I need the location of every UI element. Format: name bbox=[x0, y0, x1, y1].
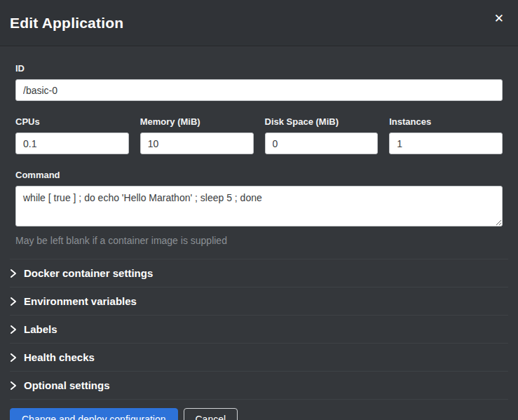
collapsible-sections: Docker container settings Environment va… bbox=[10, 259, 508, 400]
command-textarea[interactable]: while [ true ] ; do echo 'Hello Marathon… bbox=[15, 186, 503, 226]
section-label: Health checks bbox=[24, 351, 95, 363]
chevron-right-icon bbox=[10, 325, 17, 334]
chevron-right-icon bbox=[10, 269, 17, 278]
section-label: Labels bbox=[24, 323, 57, 335]
modal-body: ID CPUs Memory (MiB) Disk Space (MiB) In bbox=[0, 46, 518, 400]
cpus-field-group: CPUs bbox=[15, 116, 129, 154]
modal-header: Edit Application ✕ bbox=[0, 0, 518, 46]
form-area: ID CPUs Memory (MiB) Disk Space (MiB) In bbox=[10, 63, 508, 246]
command-help-text: May be left blank if a container image i… bbox=[15, 235, 503, 246]
id-input[interactable] bbox=[15, 79, 503, 101]
memory-label: Memory (MiB) bbox=[140, 116, 254, 127]
chevron-right-icon bbox=[10, 297, 17, 306]
modal-footer: Change and deploy configuration Cancel bbox=[0, 400, 518, 420]
disk-label: Disk Space (MiB) bbox=[265, 116, 379, 127]
id-label: ID bbox=[15, 63, 503, 74]
edit-application-modal: Edit Application ✕ ID CPUs Memory (MiB) … bbox=[0, 0, 518, 420]
close-icon[interactable]: ✕ bbox=[490, 10, 508, 27]
section-environment-variables[interactable]: Environment variables bbox=[10, 287, 508, 315]
id-field-group: ID bbox=[15, 63, 503, 101]
instances-input[interactable] bbox=[389, 133, 503, 154]
cpus-input[interactable] bbox=[15, 133, 129, 154]
cancel-button[interactable]: Cancel bbox=[184, 408, 238, 420]
memory-input[interactable] bbox=[140, 133, 254, 154]
command-field-group: Command while [ true ] ; do echo 'Hello … bbox=[15, 170, 503, 246]
cpus-label: CPUs bbox=[15, 116, 129, 127]
command-label: Command bbox=[15, 170, 503, 180]
section-optional-settings[interactable]: Optional settings bbox=[10, 371, 508, 400]
section-health-checks[interactable]: Health checks bbox=[10, 343, 508, 371]
section-labels[interactable]: Labels bbox=[10, 315, 508, 343]
section-label: Optional settings bbox=[24, 379, 110, 391]
disk-field-group: Disk Space (MiB) bbox=[265, 116, 379, 154]
instances-field-group: Instances bbox=[389, 116, 503, 154]
resource-fields-row: CPUs Memory (MiB) Disk Space (MiB) Insta… bbox=[15, 116, 503, 154]
change-and-deploy-button[interactable]: Change and deploy configuration bbox=[10, 408, 178, 420]
section-docker-container-settings[interactable]: Docker container settings bbox=[10, 259, 508, 287]
section-label: Environment variables bbox=[24, 295, 137, 307]
modal-title: Edit Application bbox=[10, 15, 123, 32]
section-label: Docker container settings bbox=[24, 267, 153, 279]
memory-field-group: Memory (MiB) bbox=[140, 116, 254, 154]
disk-input[interactable] bbox=[265, 133, 379, 154]
chevron-right-icon bbox=[10, 381, 17, 391]
instances-label: Instances bbox=[389, 116, 503, 127]
chevron-right-icon bbox=[10, 353, 17, 363]
